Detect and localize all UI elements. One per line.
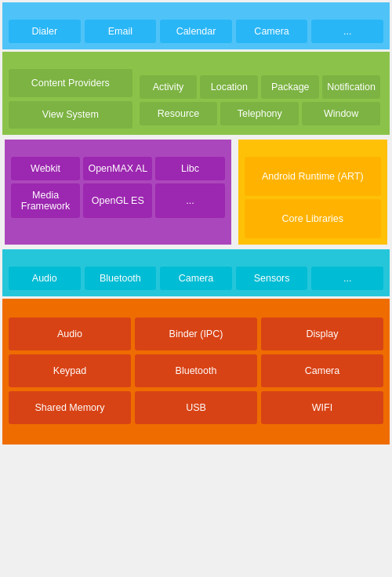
system-app-tile: Dialer (9, 20, 81, 43)
managers-top-grid: ActivityLocationPackageNotification (140, 75, 380, 99)
power-management (9, 429, 383, 438)
hal-tile: Audio (9, 267, 81, 290)
managers-bottom-grid: ResourceTelephonyWindow (140, 102, 380, 125)
driver-tile: Binder (IPC) (135, 318, 257, 350)
manager-tile: Telephony (220, 102, 299, 125)
manager-tile: Activity (140, 75, 198, 99)
java-api-left-tile: Content Providers (9, 69, 132, 97)
hal-tile: ... (311, 267, 383, 290)
java-api-right: ActivityLocationPackageNotification Reso… (136, 69, 383, 129)
hal-tile: Sensors (236, 267, 308, 290)
driver-tile: Keypad (9, 354, 131, 387)
manager-tile: Package (261, 75, 319, 99)
driver-tile: Audio (9, 318, 131, 350)
native-tile: Webkit (11, 157, 80, 180)
driver-tile: Shared Memory (9, 391, 131, 424)
runtime-tile: Core Libraries (245, 199, 381, 238)
manager-tile: Resource (140, 102, 218, 125)
native-tile: ... (155, 183, 224, 218)
native-cpp-layer: WebkitOpenMAX ALLibc Media FrameworkOpen… (5, 140, 231, 245)
driver-tile: Camera (261, 354, 383, 387)
driver-tile: Display (261, 318, 383, 350)
driver-tile: Bluetooth (135, 354, 257, 387)
driver-tile: WIFI (261, 391, 383, 424)
native-tile: OpenGL ES (83, 183, 152, 218)
native-runtime-row: WebkitOpenMAX ALLibc Media FrameworkOpen… (2, 137, 390, 247)
java-api-left-tile: View System (9, 101, 132, 129)
native-tile: Libc (155, 157, 224, 180)
manager-tile: Notification (322, 75, 380, 99)
system-app-tile: Email (85, 20, 157, 43)
android-runtime-title (245, 146, 381, 154)
driver-tile: USB (135, 391, 257, 424)
system-apps-row: DialerEmailCalendarCamera... (9, 20, 383, 43)
java-api-title (9, 58, 383, 66)
system-apps-layer: DialerEmailCalendarCamera... (2, 2, 390, 49)
hal-title (9, 256, 383, 263)
linux-kernel-layer: AudioBinder (IPC)DisplayKeypadBluetoothC… (2, 299, 390, 445)
hal-tile: Camera (160, 267, 232, 290)
runtime-grid: Android Runtime (ART)Core Libraries (245, 157, 381, 238)
manager-tile: Location (200, 75, 258, 99)
java-api-left: Content ProvidersView System (9, 69, 132, 129)
native-tile: Media Framework (11, 183, 80, 218)
system-app-tile: Calendar (160, 20, 232, 43)
native-bottom-grid: Media FrameworkOpenGL ES... (11, 183, 225, 218)
hal-grid: AudioBluetoothCameraSensors... (9, 267, 383, 290)
hal-layer: AudioBluetoothCameraSensors... (2, 249, 390, 296)
system-app-tile: ... (311, 20, 383, 43)
hal-tile: Bluetooth (85, 267, 157, 290)
android-runtime-layer: Android Runtime (ART)Core Libraries (238, 140, 387, 245)
native-top-grid: WebkitOpenMAX ALLibc (11, 157, 225, 180)
manager-tile: Window (302, 102, 380, 125)
runtime-tile: Android Runtime (ART) (245, 157, 381, 196)
system-apps-title (9, 9, 383, 16)
java-api-layer: Content ProvidersView System ActivityLoc… (2, 52, 390, 135)
drivers-grid: AudioBinder (IPC)DisplayKeypadBluetoothC… (9, 318, 383, 424)
native-cpp-title (11, 146, 225, 154)
java-api-inner: Content ProvidersView System ActivityLoc… (9, 69, 383, 129)
system-app-tile: Camera (236, 20, 308, 43)
linux-kernel-title (9, 305, 383, 313)
native-tile: OpenMAX AL (83, 157, 152, 180)
